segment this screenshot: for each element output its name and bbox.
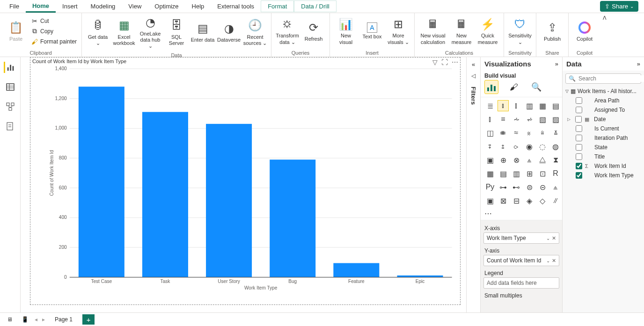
sql-server-button[interactable]: 🗄SQL Server: [163, 16, 190, 48]
desktop-layout-button[interactable]: 🖥: [5, 315, 15, 324]
menu-data-drill[interactable]: Data / Drill: [294, 0, 337, 12]
viz-type-30[interactable]: ▦: [484, 168, 496, 179]
page-prev-button[interactable]: ◂: [35, 316, 37, 323]
legend-well[interactable]: Add data fields here: [483, 277, 559, 289]
viz-type-11[interactable]: ▨: [550, 114, 561, 125]
collapse-data-pane-button[interactable]: »: [637, 60, 640, 67]
field-row[interactable]: Area Path: [565, 96, 641, 105]
field-row[interactable]: Iteration Path: [565, 133, 641, 143]
new-visual-calculation-button[interactable]: 🖩New visual calculation: [417, 15, 448, 47]
viz-type-20[interactable]: ⪧: [511, 141, 522, 152]
xaxis-field[interactable]: Work Item Type⌄✕: [483, 232, 559, 244]
remove-field-button[interactable]: ✕: [552, 258, 556, 264]
menu-file[interactable]: File: [3, 1, 26, 12]
viz-type-36[interactable]: Py: [484, 181, 496, 193]
viz-type-6[interactable]: ⫿: [484, 114, 496, 125]
menu-help[interactable]: Help: [185, 1, 211, 12]
table-node[interactable]: ▽ ▦ Work Items - All histor...: [565, 87, 641, 96]
viz-type-35[interactable]: R: [550, 168, 561, 179]
viz-type-22[interactable]: ◌: [537, 141, 548, 152]
viz-more-button[interactable]: ⋯: [481, 209, 562, 220]
filters-icon[interactable]: ◁: [471, 72, 476, 79]
field-checkbox[interactable]: [576, 125, 582, 132]
viz-type-12[interactable]: ◫: [484, 127, 496, 138]
viz-type-37[interactable]: ⊶: [498, 181, 509, 193]
report-view-button[interactable]: [4, 62, 15, 73]
viz-type-15[interactable]: ⩬: [524, 127, 535, 138]
field-checkbox[interactable]: [575, 116, 582, 123]
menu-view[interactable]: View: [122, 1, 148, 12]
field-checkbox[interactable]: [576, 107, 582, 113]
viz-type-28[interactable]: ⧋: [537, 154, 548, 166]
add-page-button[interactable]: +: [82, 314, 95, 325]
format-visual-tab[interactable]: 🖌: [507, 80, 521, 94]
analytics-tab[interactable]: 🔍: [529, 80, 543, 94]
paste-button[interactable]: 📋 Paste: [3, 18, 29, 44]
dataverse-button[interactable]: ◑Dataverse: [216, 19, 242, 45]
viz-type-34[interactable]: ⊡: [537, 168, 548, 179]
recent-sources-button[interactable]: 🕘Recent sources ⌄: [242, 16, 268, 48]
model-view-button[interactable]: [5, 101, 16, 112]
menu-home[interactable]: Home: [26, 0, 56, 13]
viz-type-3[interactable]: ▥: [524, 100, 535, 111]
viz-type-18[interactable]: ⩱: [484, 141, 496, 152]
viz-type-1[interactable]: ⫾: [498, 100, 509, 111]
copy-button[interactable]: ⧉Copy: [29, 27, 79, 36]
menu-format[interactable]: Format: [261, 0, 294, 12]
remove-field-button[interactable]: ✕: [552, 235, 556, 241]
viz-type-32[interactable]: ▥: [511, 168, 522, 179]
viz-type-2[interactable]: ⫿: [511, 100, 522, 111]
cut-button[interactable]: ✂Cut: [29, 16, 79, 26]
get-data-button[interactable]: 🛢Get data ⌄: [85, 16, 111, 48]
viz-type-39[interactable]: ⊜: [524, 181, 535, 193]
viz-type-31[interactable]: ▤: [498, 168, 509, 179]
collapse-viz-pane-button[interactable]: »: [555, 60, 558, 67]
viz-type-9[interactable]: ⩫: [524, 114, 535, 125]
format-painter-button[interactable]: 🖌Format painter: [29, 37, 79, 46]
viz-type-23[interactable]: ◍: [550, 141, 561, 152]
menu-modeling[interactable]: Modeling: [84, 1, 122, 12]
viz-type-45[interactable]: ◈: [524, 195, 535, 206]
search-box[interactable]: 🔍: [565, 73, 641, 84]
viz-type-27[interactable]: ⟁: [524, 154, 535, 166]
chart-visual[interactable]: Count of Work Item Id by Work Item Type …: [30, 57, 461, 305]
text-box-button[interactable]: AText box: [359, 21, 385, 42]
transform-data-button[interactable]: ⛭Transform data ⌄: [274, 15, 300, 47]
viz-type-13[interactable]: ⩩: [498, 127, 509, 138]
viz-type-5[interactable]: ▤: [550, 100, 561, 111]
viz-type-33[interactable]: ⊞: [524, 168, 535, 179]
field-row[interactable]: ΣWork Item Id: [565, 161, 641, 171]
field-checkbox[interactable]: [576, 163, 582, 169]
viz-type-44[interactable]: ⊟: [511, 195, 522, 206]
field-row[interactable]: Is Current: [565, 124, 641, 133]
table-view-button[interactable]: [5, 81, 16, 93]
quick-measure-button[interactable]: ⚡Quick measure: [475, 15, 501, 47]
viz-type-0[interactable]: ≣: [484, 100, 496, 111]
field-checkbox[interactable]: [576, 135, 582, 141]
search-input[interactable]: [578, 75, 644, 82]
viz-type-7[interactable]: ≡: [498, 114, 509, 125]
viz-type-24[interactable]: ▣: [484, 154, 496, 166]
copilot-button[interactable]: Copilot: [571, 18, 598, 44]
viz-type-41[interactable]: ⟁: [550, 181, 561, 193]
field-checkbox[interactable]: [576, 172, 582, 179]
new-visual-button[interactable]: 📊New visual: [333, 15, 359, 47]
viz-type-47[interactable]: ⫽: [550, 195, 561, 206]
report-canvas[interactable]: Count of Work Item Id by Work Item Type …: [21, 57, 466, 312]
new-measure-button[interactable]: 🖩New measure: [448, 15, 475, 47]
field-row[interactable]: Title: [565, 152, 641, 161]
field-row[interactable]: ▷▦Date: [565, 115, 641, 124]
field-checkbox[interactable]: [576, 97, 582, 104]
field-checkbox[interactable]: [576, 153, 582, 160]
viz-type-4[interactable]: ▦: [537, 100, 548, 111]
expand-filters-button[interactable]: «: [472, 61, 475, 68]
refresh-button[interactable]: ⟳Refresh: [300, 18, 327, 44]
ribbon-collapse-button[interactable]: ᐱ: [600, 13, 609, 57]
viz-type-38[interactable]: ⊷: [511, 181, 522, 193]
viz-type-14[interactable]: ≈: [511, 127, 522, 138]
menu-external-tools[interactable]: External tools: [211, 1, 261, 12]
mobile-layout-button[interactable]: 📱: [20, 315, 30, 324]
field-row[interactable]: State: [565, 143, 641, 152]
more-visuals-button[interactable]: ⊞More visuals ⌄: [385, 15, 411, 47]
field-row[interactable]: Assigned To: [565, 105, 641, 115]
